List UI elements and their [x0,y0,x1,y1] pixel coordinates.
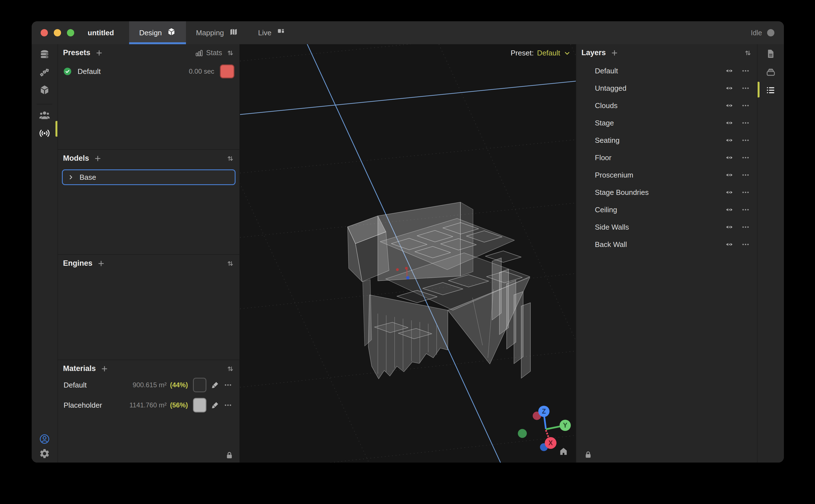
layer-more-button[interactable] [741,206,750,214]
sidebar-item-fixtures[interactable] [38,48,51,60]
layer-more-button[interactable] [741,171,750,179]
layer-more-button[interactable] [741,240,750,249]
left-icon-sidebar [32,44,58,463]
material-area: 1141.760 m² [129,401,167,409]
add-material-button[interactable] [100,365,109,373]
materials-section: Materials Default 900.615 m² [58,360,239,463]
layer-name: Floor [595,153,611,162]
zoom-window-button[interactable] [67,29,74,36]
layer-row[interactable]: Stage [576,114,757,132]
drawer-stack-icon [765,67,776,77]
chevron-right-icon [67,174,74,181]
material-more-button[interactable] [224,401,232,409]
presets-section: Presets Stats [58,44,239,149]
bar-chart-icon [195,49,203,57]
add-layer-button[interactable] [610,49,619,57]
layer-visibility-button[interactable] [725,67,734,75]
layer-more-button[interactable] [741,67,750,75]
eye-icon [725,84,734,92]
layer-row[interactable]: Ceiling [576,201,757,218]
traffic-lights [41,29,74,36]
add-engine-button[interactable] [97,259,105,268]
material-name: Placeholder [64,401,102,410]
material-more-button[interactable] [224,381,232,389]
material-color-swatch[interactable] [193,398,206,412]
plus-icon [94,154,102,163]
sort-models-button[interactable] [226,154,234,163]
material-row[interactable]: Default 900.615 m² (44%) [58,377,239,393]
sidebar-item-broadcast[interactable] [38,127,51,139]
account-button[interactable] [38,433,51,445]
layer-visibility-button[interactable] [725,171,734,179]
paint-material-button[interactable] [211,381,219,389]
layer-row[interactable]: Untagged [576,80,757,97]
models-title: Models [63,154,89,163]
preset-color-swatch[interactable] [220,64,234,78]
ellipsis-icon [224,401,232,409]
layer-visibility-button[interactable] [725,188,734,196]
layer-visibility-button[interactable] [725,206,734,214]
sidebar-item-audience[interactable] [38,109,51,121]
sort-materials-button[interactable] [226,365,234,373]
lock-icon [225,451,234,460]
layer-row[interactable]: Proscenium [576,166,757,184]
panel-tab-archive[interactable] [765,66,777,78]
layer-row[interactable]: Back Wall [576,236,757,253]
layer-row[interactable]: Floor [576,149,757,166]
sort-presets-button[interactable] [226,49,234,57]
sidebar-item-truss[interactable] [38,66,51,78]
material-color-swatch[interactable] [193,378,206,392]
reset-camera-button[interactable] [558,446,569,456]
layer-visibility-button[interactable] [725,119,734,127]
tab-design[interactable]: Design [129,21,186,44]
eye-icon [725,154,734,162]
sidebar-item-models[interactable] [38,84,51,96]
ellipsis-icon [741,153,750,162]
layer-visibility-button[interactable] [725,84,734,92]
gear-icon [39,448,50,459]
layer-visibility-button[interactable] [725,154,734,162]
sort-layers-button[interactable] [744,49,752,57]
stats-toggle-button[interactable]: Stats [195,49,222,57]
tab-live[interactable]: Live [248,21,296,44]
layer-more-button[interactable] [741,188,750,197]
model-item-base[interactable]: Base [62,169,236,185]
settings-button[interactable] [38,447,51,460]
layer-more-button[interactable] [741,153,750,162]
ellipsis-icon [741,101,750,110]
layer-visibility-button[interactable] [725,136,734,144]
lock-panel-button[interactable] [225,451,234,460]
lock-layers-button[interactable] [584,450,593,459]
add-model-button[interactable] [94,154,102,163]
sort-icon [744,49,752,57]
materials-title: Materials [63,364,96,373]
list-icon [765,85,776,95]
paint-material-button[interactable] [211,401,219,409]
active-preset-selector[interactable]: Preset: Default [511,49,571,57]
preset-row-default[interactable]: Default 0.00 sec [58,64,239,79]
layer-more-button[interactable] [741,101,750,110]
material-row[interactable]: Placeholder 1141.760 m² (56%) [58,397,239,413]
viewport-3d[interactable]: Z Y X Preset: Default [240,44,576,463]
status-label: Idle [751,29,762,37]
layer-more-button[interactable] [741,84,750,92]
layer-row[interactable]: Default [576,62,757,80]
layer-row[interactable]: Stage Boundries [576,184,757,201]
layer-row[interactable]: Clouds [576,97,757,114]
close-window-button[interactable] [41,29,48,36]
add-preset-button[interactable] [95,49,103,57]
layer-visibility-button[interactable] [725,241,734,248]
sort-engines-button[interactable] [226,259,234,268]
tab-mapping[interactable]: Mapping [186,21,248,44]
panel-tab-document[interactable] [765,48,777,60]
layer-more-button[interactable] [741,223,750,231]
layer-more-button[interactable] [741,136,750,144]
model-item-label: Base [80,173,96,182]
layer-row[interactable]: Side Walls [576,218,757,236]
layer-visibility-button[interactable] [725,223,734,231]
panel-tab-layers-list[interactable] [765,84,777,96]
minimize-window-button[interactable] [54,29,61,36]
layer-more-button[interactable] [741,119,750,127]
layer-row[interactable]: Seating [576,132,757,149]
layer-visibility-button[interactable] [725,102,734,109]
